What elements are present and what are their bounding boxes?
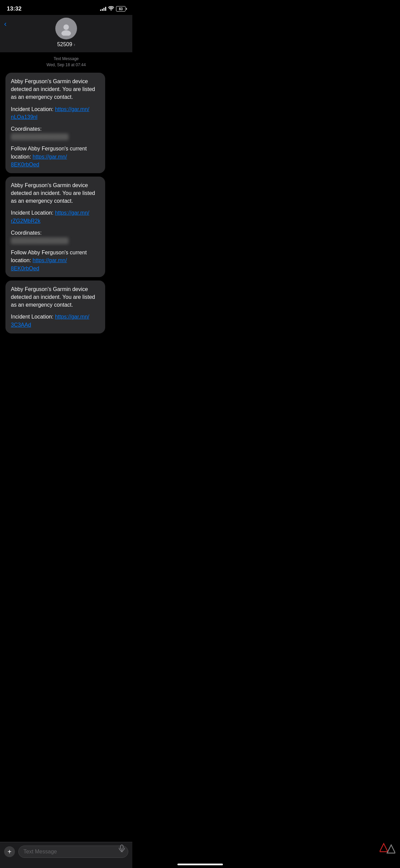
- incident-link-1[interactable]: https://gar.mn/nLOa139nl: [11, 106, 89, 120]
- follow-link-2[interactable]: https://gar.mn/8EK0rbOed: [11, 257, 67, 271]
- wifi-icon: [108, 6, 114, 12]
- message-coordinates: Coordinates: 79.1 / 96843, 47.398241 N: [11, 125, 100, 141]
- messages-area: Abby Ferguson's Garmin device detected a…: [0, 73, 132, 339]
- message-bubble: Abby Ferguson's Garmin device detected a…: [5, 281, 105, 333]
- message-main-text: Abby Ferguson's Garmin device detected a…: [11, 285, 100, 309]
- message-incident: Incident Location: https://gar.mn/nLOa13…: [11, 105, 100, 121]
- signal-icon: [100, 7, 106, 11]
- message-datetime: Wed, Sep 18 at 07:44: [0, 62, 132, 68]
- message-coordinates: Coordinates: 79.1 / 96843, 47.398241 N: [11, 229, 100, 245]
- message-follow: Follow Abby Ferguson's current location:…: [11, 145, 100, 168]
- message-follow: Follow Abby Ferguson's current location:…: [11, 249, 100, 272]
- contact-name[interactable]: 52509 ›: [57, 41, 75, 48]
- incident-link-3[interactable]: https://gar.mn/3C3AAd: [11, 314, 89, 327]
- message-incident: Incident Location: https://gar.mn/3C3AAd: [11, 313, 100, 328]
- coordinates-blurred: 79.1 / 96843, 47.398241 N: [11, 133, 69, 140]
- status-bar: 13:32 83: [0, 0, 132, 15]
- message-main-text: Abby Ferguson's Garmin device detected a…: [11, 181, 100, 205]
- battery-level: 83: [119, 7, 122, 11]
- chevron-right-icon: ›: [74, 42, 75, 47]
- follow-link-1[interactable]: https://gar.mn/8EK0rbOed: [11, 154, 67, 167]
- message-main-text: Abby Ferguson's Garmin device detected a…: [11, 77, 100, 101]
- avatar[interactable]: [55, 18, 77, 39]
- svg-point-1: [61, 30, 71, 36]
- message-meta: Text Message Wed, Sep 18 at 07:44: [0, 52, 132, 73]
- coordinates-blurred: 79.1 / 96843, 47.398241 N: [11, 237, 69, 244]
- svg-point-0: [63, 24, 69, 30]
- message-incident: Incident Location: https://gar.mn/rZG2Mb…: [11, 209, 100, 224]
- message-bubble: Abby Ferguson's Garmin device detected a…: [5, 73, 105, 173]
- status-icons: 83: [100, 6, 126, 12]
- message-channel: Text Message: [0, 56, 132, 62]
- back-button[interactable]: ‹: [4, 20, 6, 29]
- battery-icon: 83: [116, 6, 126, 12]
- message-bubble: Abby Ferguson's Garmin device detected a…: [5, 177, 105, 277]
- incident-link-2[interactable]: https://gar.mn/rZG2MbR2k: [11, 210, 89, 223]
- status-time: 13:32: [7, 5, 21, 12]
- message-header: ‹ 52509 ›: [0, 15, 132, 52]
